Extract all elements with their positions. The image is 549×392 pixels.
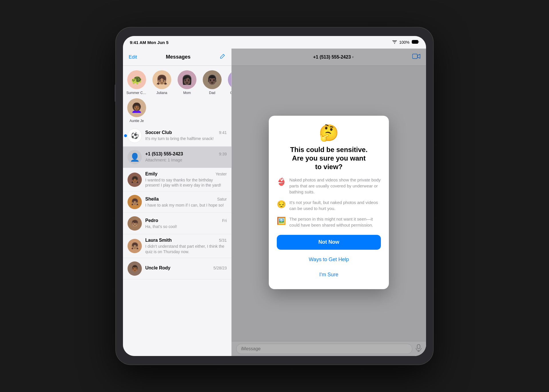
msg-content-uncle: Uncle Rody 5/28/23 bbox=[145, 265, 227, 271]
edit-button[interactable]: Edit bbox=[129, 54, 137, 60]
msg-name-sheila: Sheila bbox=[145, 197, 159, 202]
msg-name-unknown: +1 (513) 555-2423 bbox=[145, 151, 183, 157]
avatar-auntie: 👩🏾‍🦱 bbox=[127, 98, 146, 117]
msg-header-pedro: Pedro Fri bbox=[145, 218, 227, 223]
im-sure-button[interactable]: I'm Sure bbox=[319, 269, 338, 280]
msg-time-unknown: 9:39 bbox=[219, 152, 227, 156]
contacts-row-2: 👩🏾‍🦱 Auntie Je bbox=[123, 97, 231, 125]
contact-name-auntie: Auntie Je bbox=[130, 119, 144, 123]
alert-bullets: 👙 Naked photos and videos show the priva… bbox=[277, 177, 381, 228]
msg-content-soccer: Soccer Club 9:41 It's my turn to bring t… bbox=[145, 130, 227, 141]
contact-name-dad: Dad bbox=[209, 91, 215, 95]
msg-name-emily: Emily bbox=[145, 171, 158, 177]
contact-bubble-auntie[interactable]: 👩🏾‍🦱 Auntie Je bbox=[126, 98, 147, 123]
contact-name-juliana: Juliana bbox=[156, 91, 167, 95]
status-bar: 9:41 AM Mon Jun 5 100% bbox=[123, 36, 426, 49]
wifi-icon bbox=[392, 40, 397, 45]
avatar-unknown: 👤 bbox=[128, 150, 142, 164]
avatar-sheila: 👧🏽 bbox=[128, 195, 142, 209]
bullet-item-3: 🖼️ The person in this might not want it … bbox=[277, 216, 381, 228]
bullet-emoji-1: 👙 bbox=[277, 177, 286, 186]
msg-preview-emily: I wanted to say thanks for the birthday … bbox=[145, 177, 227, 188]
contact-bubble-summercamp[interactable]: 🐢 Summer Camp bbox=[126, 70, 147, 95]
ipad-screen: 9:41 AM Mon Jun 5 100% bbox=[123, 36, 426, 356]
msg-time-pedro: Fri bbox=[222, 218, 227, 223]
avatar-mom: 👩🏿 bbox=[178, 70, 196, 89]
avatar-laura: 👧🏽 bbox=[128, 239, 142, 253]
msg-time-soccer: 9:41 bbox=[219, 130, 227, 135]
msg-time-uncle: 5/28/23 bbox=[213, 266, 227, 270]
conversation-panel: +1 (513) 555-2423 ▾ iMessage bbox=[232, 49, 426, 356]
bullet-item-2: 😔 It's not your fault, but naked photos … bbox=[277, 199, 381, 211]
msg-time-emily: Yester bbox=[216, 172, 227, 176]
msg-preview-unknown: Attachment: 1 Image bbox=[145, 157, 227, 163]
ways-to-get-help-button[interactable]: Ways to Get Help bbox=[309, 254, 349, 265]
msg-content-pedro: Pedro Fri Ha, that's so cool! bbox=[145, 218, 227, 229]
message-item-sheila[interactable]: 👧🏽 Sheila Satur I have to ask my mom if … bbox=[123, 191, 231, 213]
bullet-text-1: Naked photos and videos show the private… bbox=[289, 177, 381, 195]
battery-text: 100% bbox=[399, 40, 409, 45]
contact-bubble-juliana[interactable]: 👧🏽 Juliana bbox=[152, 70, 172, 95]
bullet-emoji-3: 🖼️ bbox=[277, 217, 286, 225]
message-item-soccer[interactable]: ⚽ Soccer Club 9:41 It's my turn to bring… bbox=[123, 125, 231, 147]
alert-title: This could be sensitive. Are you sure yo… bbox=[290, 145, 368, 171]
msg-content-emily: Emily Yester I wanted to say thanks for … bbox=[145, 171, 227, 188]
message-item-pedro[interactable]: 👦🏽 Pedro Fri Ha, that's so cool! bbox=[123, 213, 231, 234]
message-item-laura[interactable]: 👧🏽 Laura Smith 5/31 I didn't understand … bbox=[123, 234, 231, 258]
message-list: ⚽ Soccer Club 9:41 It's my turn to bring… bbox=[123, 125, 231, 356]
bullet-text-3: The person in this might not want it see… bbox=[289, 216, 381, 228]
avatar-emily: 👧🏾 bbox=[128, 173, 142, 187]
bullet-item-1: 👙 Naked photos and videos show the priva… bbox=[277, 177, 381, 195]
bullet-text-2: It's not your fault, but naked photos an… bbox=[289, 199, 381, 211]
message-item-uncle[interactable]: 👨🏾 Uncle Rody 5/28/23 bbox=[123, 258, 231, 279]
msg-header-emily: Emily Yester bbox=[145, 171, 227, 177]
msg-name-uncle: Uncle Rody bbox=[145, 265, 170, 271]
not-now-button[interactable]: Not Now bbox=[277, 235, 381, 250]
msg-content-laura: Laura Smith 5/31 I didn't understand tha… bbox=[145, 238, 227, 254]
msg-header-laura: Laura Smith 5/31 bbox=[145, 238, 227, 243]
contact-name-mom: Mom bbox=[183, 91, 191, 95]
msg-header-soccer: Soccer Club 9:41 bbox=[145, 130, 227, 135]
msg-time-laura: 5/31 bbox=[219, 238, 227, 243]
messages-sidebar: Edit Messages 🐢 Summer Camp bbox=[123, 49, 232, 356]
contact-bubble-mom[interactable]: 👩🏿 Mom bbox=[177, 70, 197, 95]
ipad-device: 9:41 AM Mon Jun 5 100% bbox=[116, 27, 433, 365]
svg-rect-1 bbox=[412, 41, 418, 43]
message-item-unknown[interactable]: 👤 +1 (513) 555-2423 9:39 Attachment: 1 I… bbox=[123, 147, 231, 168]
msg-name-pedro: Pedro bbox=[145, 218, 158, 223]
msg-preview-laura: I didn't understand that part either, I … bbox=[145, 244, 227, 254]
main-content: Edit Messages 🐢 Summer Camp bbox=[123, 49, 426, 356]
msg-name-soccer: Soccer Club bbox=[145, 130, 172, 135]
status-right: 100% bbox=[392, 40, 419, 45]
contact-bubble-dad[interactable]: 👨🏿 Dad bbox=[202, 70, 222, 95]
alert-dialog: 🤔 This could be sensitive. Are you sure … bbox=[269, 116, 389, 289]
msg-header-sheila: Sheila Satur bbox=[145, 197, 227, 202]
msg-name-laura: Laura Smith bbox=[145, 238, 172, 243]
msg-header-unknown: +1 (513) 555-2423 9:39 bbox=[145, 151, 227, 157]
contact-name-summercamp: Summer Camp bbox=[126, 91, 147, 95]
status-time: 9:41 AM Mon Jun 5 bbox=[130, 40, 168, 45]
alert-emoji: 🤔 bbox=[319, 125, 339, 141]
contacts-row: 🐢 Summer Camp 👧🏽 Juliana 👩🏿 Mom 👨🏿 Dad bbox=[123, 66, 231, 97]
avatar-uncle: 👨🏾 bbox=[128, 261, 142, 276]
avatar-dad: 👨🏿 bbox=[203, 70, 222, 89]
messages-title: Messages bbox=[166, 54, 190, 60]
contact-bubble-grandma[interactable]: 👩🏾 Grandma bbox=[227, 70, 231, 95]
bullet-emoji-2: 😔 bbox=[277, 200, 286, 209]
compose-button[interactable] bbox=[219, 53, 226, 61]
msg-content-unknown: +1 (513) 555-2423 9:39 Attachment: 1 Ima… bbox=[145, 151, 227, 163]
msg-preview-sheila: I have to ask my mom if I can, but I hop… bbox=[145, 203, 227, 208]
msg-preview-pedro: Ha, that's so cool! bbox=[145, 224, 227, 229]
message-item-emily[interactable]: 👧🏾 Emily Yester I wanted to say thanks f… bbox=[123, 168, 231, 191]
avatar-soccer: ⚽ bbox=[128, 129, 142, 143]
avatar-juliana: 👧🏽 bbox=[152, 70, 171, 89]
battery-icon bbox=[412, 40, 419, 45]
msg-preview-soccer: It's my turn to bring the halftime snack… bbox=[145, 136, 227, 141]
contact-name-grandma: Grandma bbox=[230, 91, 231, 95]
avatar-grandma: 👩🏾 bbox=[228, 70, 231, 89]
msg-content-sheila: Sheila Satur I have to ask my mom if I c… bbox=[145, 197, 227, 208]
msg-time-sheila: Satur bbox=[217, 197, 227, 201]
avatar-pedro: 👦🏽 bbox=[128, 216, 142, 231]
msg-header-uncle: Uncle Rody 5/28/23 bbox=[145, 265, 227, 271]
modal-overlay: 🤔 This could be sensitive. Are you sure … bbox=[232, 49, 426, 356]
